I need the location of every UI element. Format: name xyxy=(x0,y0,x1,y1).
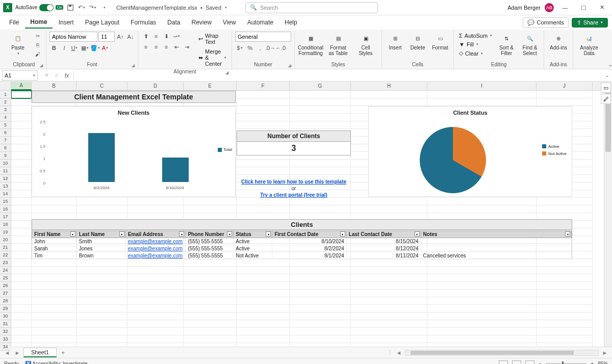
filter-icon[interactable]: ▾ xyxy=(70,231,75,237)
percent-icon[interactable]: % xyxy=(245,43,254,53)
number-format-select[interactable] xyxy=(235,32,291,42)
cell-styles-button[interactable]: ▣Cell Styles xyxy=(353,32,378,57)
delete-cells-button[interactable]: ⊟Delete xyxy=(407,32,428,51)
add-sheet-button[interactable]: ＋ xyxy=(59,348,68,357)
row-header[interactable]: 13 xyxy=(0,183,11,190)
table-row[interactable]: TimBrownexample@example.com(555) 555-555… xyxy=(32,252,572,259)
th-notes[interactable]: Notes▾ xyxy=(421,231,572,238)
align-center-icon[interactable]: ≡ xyxy=(151,42,161,51)
page-break-view-icon[interactable] xyxy=(525,360,534,365)
vertical-scrollbar[interactable] xyxy=(604,82,612,347)
tab-data[interactable]: Data xyxy=(162,17,185,28)
pie-chart-client-status[interactable]: Client Status Active Not Active xyxy=(368,106,572,197)
minimize-icon[interactable]: — xyxy=(558,1,572,15)
bar-chart-new-clients[interactable]: New Clients 0 0.5 1 1.5 2 2.5 8/2/2024 8… xyxy=(32,106,236,197)
tab-formulas[interactable]: Formulas xyxy=(125,17,161,28)
col-header-H[interactable]: H xyxy=(351,82,427,90)
learn-template-link[interactable]: Click here to learn how to use this temp… xyxy=(237,178,351,185)
row-header[interactable]: 31 xyxy=(0,320,11,328)
tab-file[interactable]: File xyxy=(4,17,24,28)
normal-view-icon[interactable] xyxy=(499,360,508,365)
align-top-icon[interactable]: ⬆ xyxy=(141,32,150,41)
analyze-data-button[interactable]: 📊Analyze Data xyxy=(576,32,602,57)
row-header[interactable]: 12 xyxy=(0,175,11,183)
increase-font-icon[interactable]: A↑ xyxy=(116,32,125,41)
font-size-select[interactable] xyxy=(98,32,115,42)
row-header[interactable]: 16 xyxy=(0,205,11,213)
col-header-I[interactable]: I xyxy=(427,82,537,90)
maximize-icon[interactable]: ▢ xyxy=(576,1,591,15)
cut-icon[interactable]: ✂ xyxy=(33,32,43,40)
align-middle-icon[interactable]: ≡ xyxy=(151,32,161,41)
filter-icon[interactable]: ▾ xyxy=(227,231,232,237)
redo-icon[interactable]: ↷▾ xyxy=(89,4,97,12)
save-icon[interactable] xyxy=(66,4,74,12)
collapse-ribbon-icon[interactable]: ⌄ xyxy=(605,60,612,69)
row-header[interactable]: 7 xyxy=(0,137,11,144)
search-input[interactable]: 🔍 Search xyxy=(245,2,378,13)
underline-button[interactable]: U▾ xyxy=(70,43,79,53)
undo-icon[interactable]: ↶▾ xyxy=(78,4,86,12)
row-header[interactable]: 15 xyxy=(0,198,11,205)
col-header-G[interactable]: G xyxy=(290,82,351,90)
align-bottom-icon[interactable]: ⬇ xyxy=(162,32,171,41)
row-header[interactable]: 4 xyxy=(0,114,11,121)
table-row[interactable]: SarahJonesexample@example.com(555) 555-5… xyxy=(32,245,572,252)
user-name[interactable]: Adam Berger xyxy=(507,5,541,11)
row-header[interactable]: 14 xyxy=(0,190,11,198)
client-portal-link[interactable]: Try a client portal (free trial) xyxy=(237,192,351,198)
tab-help[interactable]: Help xyxy=(279,17,302,28)
autosave-toggle[interactable]: AutoSave On xyxy=(15,4,63,11)
qat-customize-icon[interactable]: ▾ xyxy=(100,4,108,12)
autosum-button[interactable]: ΣAutoSum▾ xyxy=(457,32,494,40)
row-header[interactable]: 6 xyxy=(0,129,11,137)
th-first-contact[interactable]: First Contact Date▾ xyxy=(272,231,347,238)
filter-icon[interactable]: ▾ xyxy=(565,231,570,237)
align-left-icon[interactable]: ≡ xyxy=(141,42,150,51)
wrap-text-button[interactable]: ↩Wrap Text xyxy=(196,32,228,46)
th-phone[interactable]: Phone Number▾ xyxy=(186,231,234,238)
tab-home[interactable]: Home xyxy=(25,16,52,29)
conditional-formatting-button[interactable]: ▦Conditional Formatting xyxy=(298,32,323,57)
pane-options-icon[interactable]: 🖉 xyxy=(601,94,611,104)
hscroll-left-icon[interactable]: ◄ xyxy=(395,349,403,357)
th-first-name[interactable]: First Name▾ xyxy=(32,231,77,238)
font-name-select[interactable] xyxy=(49,32,97,42)
th-last-name[interactable]: Last Name▾ xyxy=(77,231,126,238)
row-header[interactable]: 24 xyxy=(0,267,11,274)
tab-view[interactable]: View xyxy=(218,17,241,28)
row-header[interactable]: 32 xyxy=(0,328,11,335)
row-header[interactable]: 17 xyxy=(0,213,11,221)
col-header-C[interactable]: C xyxy=(76,82,128,90)
th-status[interactable]: Status▾ xyxy=(234,231,272,238)
tab-insert[interactable]: Insert xyxy=(54,17,79,28)
row-header[interactable]: 8 xyxy=(0,144,11,152)
filter-icon[interactable]: ▾ xyxy=(340,231,345,237)
row-header[interactable]: 28 xyxy=(0,297,11,305)
accessibility-status[interactable]: ♿ Accessibility: Investigate xyxy=(25,361,88,364)
zoom-out-icon[interactable]: − xyxy=(539,361,542,364)
orientation-icon[interactable]: ⤻▾ xyxy=(172,32,181,41)
format-painter-icon[interactable]: 🖌 xyxy=(33,50,43,58)
dialog-launcher-icon[interactable]: ◢ xyxy=(132,63,135,68)
row-header[interactable]: 11 xyxy=(0,167,11,175)
col-header-J[interactable]: J xyxy=(537,82,593,90)
row-header[interactable]: 34 xyxy=(0,343,11,351)
tab-review[interactable]: Review xyxy=(186,17,216,28)
filter-icon[interactable]: ▾ xyxy=(266,231,271,237)
col-header-D[interactable]: D xyxy=(128,82,184,90)
row-header[interactable]: 22 xyxy=(0,251,11,259)
format-as-table-button[interactable]: ▤Format as Table xyxy=(325,32,351,57)
fill-color-button[interactable]: 🪣▾ xyxy=(90,43,99,53)
dialog-launcher-icon[interactable]: ◢ xyxy=(225,70,228,75)
email-link[interactable]: example@example.com xyxy=(128,239,183,244)
row-header[interactable]: 1 xyxy=(0,91,11,98)
horizontal-scrollbar[interactable] xyxy=(405,350,599,356)
row-header[interactable]: 25 xyxy=(0,274,11,282)
cancel-formula-icon[interactable]: ✕ xyxy=(42,71,51,80)
row-header[interactable]: 19 xyxy=(0,228,11,236)
pane-options-icon[interactable]: ▭ xyxy=(601,83,611,93)
decrease-font-icon[interactable]: A↓ xyxy=(126,32,135,41)
zoom-in-icon[interactable]: + xyxy=(591,361,594,364)
clients-table[interactable]: First Name▾ Last Name▾ Email Address▾ Ph… xyxy=(32,230,572,259)
